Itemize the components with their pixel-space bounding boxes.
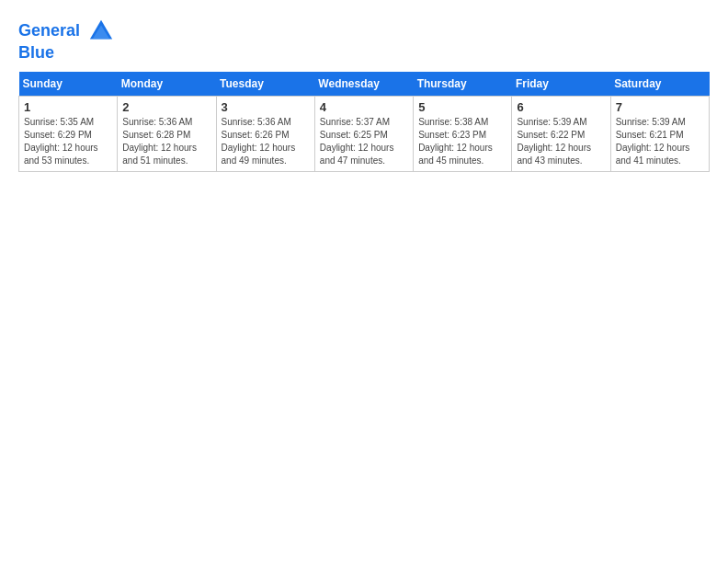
- calendar-cell-2: 2Sunrise: 5:36 AM Sunset: 6:28 PM Daylig…: [118, 96, 216, 171]
- day-info: Sunrise: 5:35 AM Sunset: 6:29 PM Dayligh…: [24, 116, 112, 167]
- logo-text: General: [18, 18, 114, 44]
- header-row: SundayMondayTuesdayWednesdayThursdayFrid…: [19, 72, 710, 97]
- day-info: Sunrise: 5:36 AM Sunset: 6:28 PM Dayligh…: [122, 116, 210, 167]
- day-info: Sunrise: 5:36 AM Sunset: 6:26 PM Dayligh…: [222, 116, 310, 167]
- day-info: Sunrise: 5:37 AM Sunset: 6:25 PM Dayligh…: [320, 116, 408, 167]
- day-number: 1: [24, 100, 112, 114]
- logo-blue: Blue: [18, 44, 114, 63]
- day-header-friday: Friday: [512, 72, 610, 97]
- day-number: 2: [122, 100, 210, 114]
- day-number: 6: [517, 100, 605, 114]
- day-header-saturday: Saturday: [610, 72, 709, 97]
- calendar-cell-6: 6Sunrise: 5:39 AM Sunset: 6:22 PM Daylig…: [512, 96, 610, 171]
- day-info: Sunrise: 5:39 AM Sunset: 6:22 PM Dayligh…: [517, 116, 605, 167]
- calendar-cell-7: 7Sunrise: 5:39 AM Sunset: 6:21 PM Daylig…: [610, 96, 709, 171]
- day-info: Sunrise: 5:39 AM Sunset: 6:21 PM Dayligh…: [616, 116, 704, 167]
- calendar-cell-1: 1Sunrise: 5:35 AM Sunset: 6:29 PM Daylig…: [19, 96, 118, 171]
- day-header-tuesday: Tuesday: [216, 72, 314, 97]
- day-header-thursday: Thursday: [414, 72, 512, 97]
- calendar-cell-4: 4Sunrise: 5:37 AM Sunset: 6:25 PM Daylig…: [314, 96, 413, 171]
- day-header-wednesday: Wednesday: [314, 72, 413, 97]
- calendar-table: SundayMondayTuesdayWednesdayThursdayFrid…: [18, 72, 710, 172]
- day-number: 5: [418, 100, 506, 114]
- day-header-monday: Monday: [118, 72, 216, 97]
- day-info: Sunrise: 5:38 AM Sunset: 6:23 PM Dayligh…: [418, 116, 506, 167]
- page-header: General Blue: [18, 18, 710, 63]
- day-number: 7: [616, 100, 704, 114]
- calendar-cell-5: 5Sunrise: 5:38 AM Sunset: 6:23 PM Daylig…: [414, 96, 512, 171]
- day-number: 4: [320, 100, 408, 114]
- day-header-sunday: Sunday: [19, 72, 118, 97]
- day-number: 3: [222, 100, 310, 114]
- logo: General Blue: [18, 18, 114, 63]
- calendar-row-1: 1Sunrise: 5:35 AM Sunset: 6:29 PM Daylig…: [19, 96, 710, 171]
- calendar-cell-3: 3Sunrise: 5:36 AM Sunset: 6:26 PM Daylig…: [216, 96, 314, 171]
